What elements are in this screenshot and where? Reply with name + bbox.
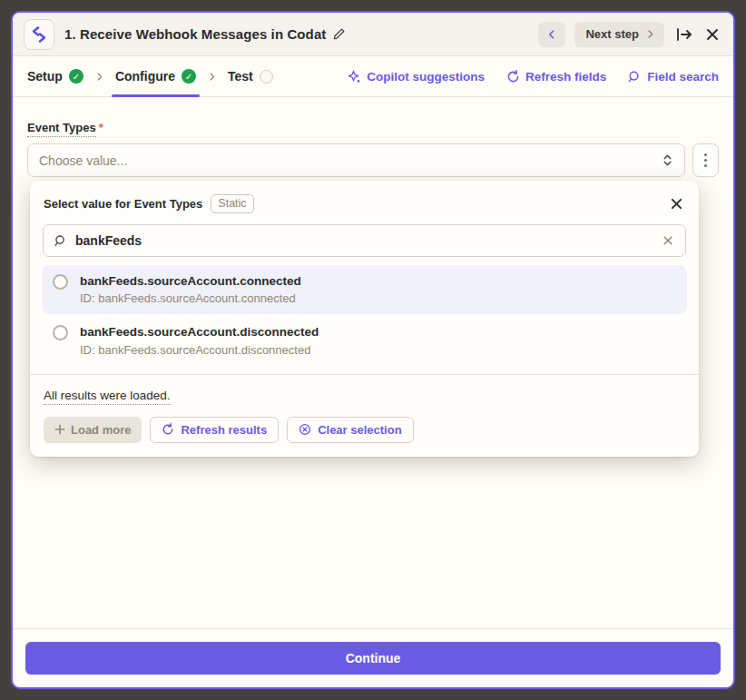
clear-x-icon <box>663 235 673 246</box>
codat-app-icon <box>24 19 54 50</box>
tab-test[interactable]: Test <box>228 56 273 96</box>
option-bankfeeds-connected[interactable]: bankFeeds.sourceAccount.connected ID: ba… <box>42 265 687 314</box>
header: 1. Receive Webhook Messages in Codat Nex… <box>13 13 733 56</box>
plus-icon <box>54 424 65 435</box>
kebab-dot <box>704 153 707 156</box>
option-text: bankFeeds.sourceAccount.connected ID: ba… <box>80 272 301 307</box>
copilot-suggestions-label: Copilot suggestions <box>367 70 485 84</box>
required-asterisk: * <box>99 121 103 134</box>
dropdown-placeholder: Choose value... <box>39 153 662 168</box>
event-types-dropdown[interactable]: Choose value... <box>27 143 685 177</box>
field-options-kebab-button[interactable] <box>692 143 719 177</box>
chevron-left-icon <box>546 29 557 40</box>
close-panel-button[interactable] <box>704 26 721 43</box>
step-editor-panel: 1. Receive Webhook Messages in Codat Nex… <box>11 11 735 689</box>
tab-configure-label: Configure <box>115 69 175 84</box>
chevron-right-icon <box>645 29 655 39</box>
option-label: bankFeeds.sourceAccount.disconnected <box>80 323 319 341</box>
tab-test-label: Test <box>228 69 253 84</box>
modal-footer-buttons: Load more Refresh results <box>44 417 685 443</box>
load-more-label: Load more <box>71 423 131 437</box>
refresh-fields-button[interactable]: Refresh fields <box>506 70 606 84</box>
option-search-box <box>43 224 686 257</box>
search-icon <box>54 234 67 248</box>
event-types-field: Event Types* <box>27 119 719 135</box>
close-icon <box>706 28 719 41</box>
header-actions: Next step <box>538 22 721 47</box>
search-icon <box>628 70 642 84</box>
tab-setup[interactable]: Setup ✓ <box>27 56 83 96</box>
refresh-fields-label: Refresh fields <box>525 70 606 84</box>
refresh-results-button[interactable]: Refresh results <box>150 417 279 443</box>
bar-arrow-right-icon <box>675 27 693 42</box>
kebab-dot <box>704 164 707 167</box>
field-search-button[interactable]: Field search <box>628 70 719 84</box>
load-more-button[interactable]: Load more <box>44 417 142 443</box>
modal-header: Select value for Event Types Static <box>30 181 699 222</box>
previous-step-button[interactable] <box>538 22 565 47</box>
angle-brackets-icon <box>30 25 48 44</box>
close-icon <box>671 198 682 210</box>
value-picker-modal: Select value for Event Types Static <box>30 181 699 457</box>
radio-icon[interactable] <box>53 274 68 290</box>
panel-footer: Continue <box>13 628 733 687</box>
configure-form: Event Types* Choose value... Select valu… <box>13 97 733 628</box>
copilot-suggestions-button[interactable]: Copilot suggestions <box>348 70 485 84</box>
refresh-results-label: Refresh results <box>181 423 267 437</box>
event-types-label: Event Types <box>27 121 96 137</box>
option-id: ID: bankFeeds.sourceAccount.disconnected <box>80 342 319 359</box>
next-step-label: Next step <box>585 27 639 41</box>
option-text: bankFeeds.sourceAccount.disconnected ID:… <box>80 323 319 358</box>
refresh-icon <box>506 70 520 84</box>
configure-complete-check-icon: ✓ <box>182 69 196 84</box>
tab-setup-label: Setup <box>27 69 63 84</box>
clear-search-button[interactable] <box>661 233 675 248</box>
modal-title: Select value for Event Types <box>44 197 202 211</box>
continue-button[interactable]: Continue <box>25 642 721 675</box>
clear-selection-label: Clear selection <box>318 423 402 437</box>
clear-selection-button[interactable]: Clear selection <box>287 417 414 443</box>
setup-complete-check-icon: ✓ <box>69 69 83 84</box>
tab-separator-chevron-icon <box>94 72 104 82</box>
field-toolbar: Copilot suggestions Refresh fields Field… <box>348 70 719 84</box>
option-id: ID: bankFeeds.sourceAccount.connected <box>80 291 301 307</box>
option-label: bankFeeds.sourceAccount.connected <box>80 272 301 291</box>
step-title: 1. Receive Webhook Messages in Codat <box>64 26 326 42</box>
static-badge: Static <box>211 194 253 213</box>
edit-title-icon[interactable] <box>332 27 346 41</box>
step-tabs: Setup ✓ Configure ✓ Test Copilot suggest… <box>13 56 733 97</box>
event-types-control-row: Choose value... <box>27 143 719 177</box>
collapse-panel-button[interactable] <box>673 25 695 44</box>
option-search-input[interactable] <box>75 233 653 248</box>
tab-separator-chevron-icon <box>207 72 217 82</box>
next-step-button[interactable]: Next step <box>574 22 664 47</box>
tab-configure[interactable]: Configure ✓ <box>115 56 196 96</box>
option-bankfeeds-disconnected[interactable]: bankFeeds.sourceAccount.disconnected ID:… <box>42 316 687 365</box>
results-status-text: All results were loaded. <box>44 389 171 405</box>
option-list: bankFeeds.sourceAccount.connected ID: ba… <box>30 265 699 366</box>
refresh-icon <box>162 423 174 436</box>
modal-close-button[interactable] <box>669 196 684 212</box>
kebab-dot <box>704 159 707 162</box>
sparkle-icon <box>348 70 361 84</box>
select-chevrons-icon <box>662 153 673 167</box>
modal-footer: All results were loaded. Load more <box>30 375 699 457</box>
radio-icon[interactable] <box>53 325 68 340</box>
field-search-label: Field search <box>647 70 719 84</box>
circle-x-icon <box>299 423 311 436</box>
test-incomplete-circle-icon <box>260 70 273 84</box>
